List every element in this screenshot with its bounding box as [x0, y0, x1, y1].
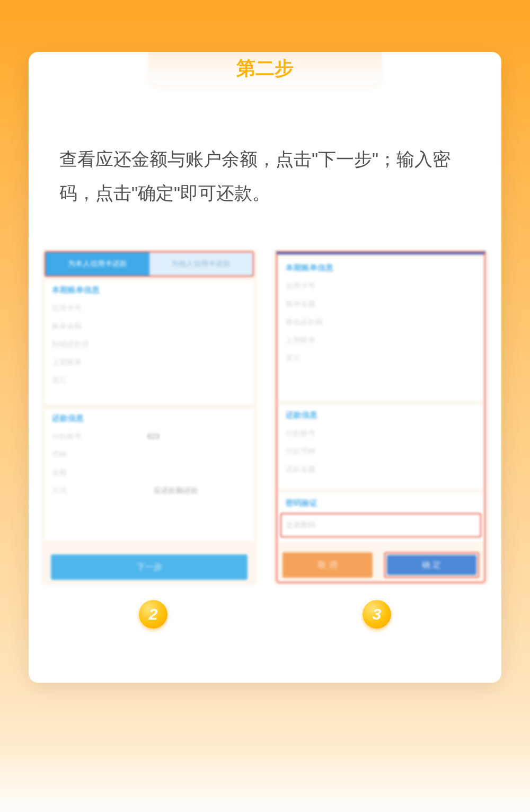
screenshot-step-2: 为本人信用卡还款 为他人信用卡还款 本期账单信息 信用卡号 账单金额 到期还款日… — [41, 249, 257, 585]
screenshot-step-3: 本期账单信息 信用卡号 账单金额 最低还款额 上期账单 其它 还款信息 付款账号… — [273, 249, 489, 585]
password-input-highlight[interactable]: 交易密码 — [280, 513, 481, 537]
field-line: 账单金额 — [286, 299, 476, 309]
step-badges-row: 2 3 — [41, 600, 489, 629]
instruction-card: 第二步 查看应还金额与账户余额，点击"下一步"；输入密码，点击"确定"即可还款。… — [29, 52, 501, 683]
field-line: 信用卡号 — [52, 304, 246, 313]
field-line: 还款金额 — [286, 465, 476, 474]
field-line: 到期还款日 — [52, 340, 246, 349]
confirm-button[interactable]: 确 定 — [387, 555, 477, 575]
highlight-tabs: 为本人信用卡还款 为他人信用卡还款 — [45, 251, 254, 277]
card-number-prefix: 623 — [147, 432, 160, 440]
step-title: 第二步 — [236, 56, 294, 82]
cancel-button[interactable]: 取 消 — [282, 552, 373, 578]
field-line: 方式 应还款额还款 — [52, 486, 246, 496]
field-line: 账单金额 — [52, 322, 246, 331]
screenshots-row: 为本人信用卡还款 为他人信用卡还款 本期账单信息 信用卡号 账单金额 到期还款日… — [41, 249, 489, 585]
tab-other-card[interactable]: 为他人信用卡还款 — [149, 252, 253, 276]
panel-title: 密码验证 — [286, 498, 476, 508]
repay-info-panel: 还款信息 付款账号 623 币种 金额 方式 应还款额还款 — [45, 409, 254, 541]
confirm-button-highlight: 确 定 — [384, 552, 480, 578]
field-line: 付款账号 623 — [52, 432, 246, 442]
field-line: 其它 — [52, 376, 246, 385]
field-line: 上期账单 — [52, 358, 246, 367]
field-line: 其它 — [286, 354, 476, 363]
step-badge-3: 3 — [363, 600, 391, 629]
field-line: 金额 — [52, 468, 246, 478]
field-label: 付款账号 — [52, 432, 82, 440]
top-accent-bar — [276, 251, 485, 254]
panel-title: 还款信息 — [52, 413, 246, 423]
panel-title: 还款信息 — [286, 410, 476, 420]
field-label: 方式 — [52, 486, 67, 495]
button-row: 取 消 确 定 — [282, 552, 479, 578]
panel-title: 本期账单信息 — [52, 285, 246, 295]
repay-mode-value: 应还款额还款 — [154, 486, 198, 496]
step-badge-2: 2 — [139, 600, 167, 629]
field-line: 信用卡号 — [286, 281, 476, 291]
field-line: 付款账号 — [286, 429, 476, 438]
bottom-fade — [0, 748, 530, 812]
instruction-text: 查看应还金额与账户余额，点击"下一步"；输入密码，点击"确定"即可还款。 — [59, 142, 471, 210]
step-tab: 第二步 — [148, 52, 382, 85]
field-line: 付款币种 — [286, 447, 476, 456]
repay-info-panel: 还款信息 付款账号 付款币种 还款金额 — [278, 405, 483, 489]
field-line: 最低还款额 — [286, 317, 476, 327]
tab-self-card[interactable]: 为本人信用卡还款 — [46, 252, 149, 276]
bill-info-panel: 本期账单信息 信用卡号 账单金额 最低还款额 上期账单 其它 — [278, 258, 483, 401]
bill-info-panel: 本期账单信息 信用卡号 账单金额 到期还款日 上期账单 其它 — [45, 281, 254, 404]
field-line: 上期账单 — [286, 336, 476, 345]
panel-title: 本期账单信息 — [286, 263, 476, 273]
next-step-button[interactable]: 下一步 — [51, 554, 248, 580]
field-line: 币种 — [52, 450, 246, 460]
